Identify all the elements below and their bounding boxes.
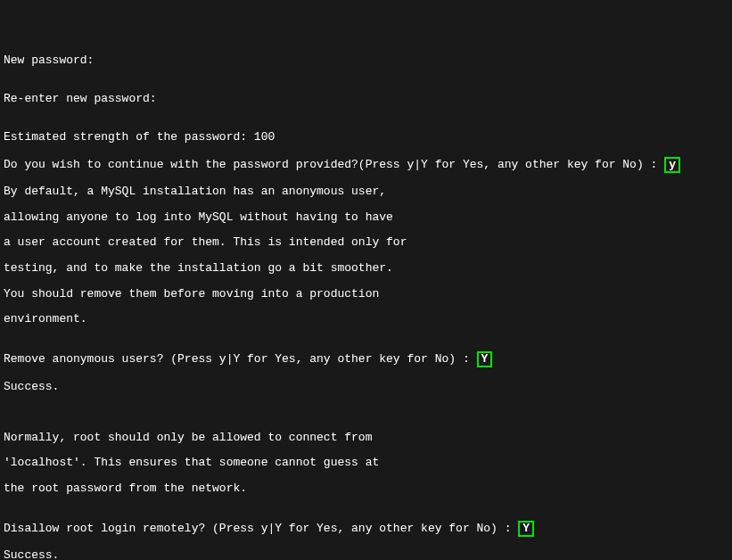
terminal-output-line: 'localhost'. This ensures that someone c…	[4, 457, 728, 469]
terminal-output-line: Success.	[4, 381, 728, 393]
user-input-highlight: Y	[518, 521, 534, 537]
terminal-output-line: testing, and to make the installation go…	[4, 262, 728, 275]
prompt-text: Remove anonymous users? (Press y|Y for Y…	[4, 352, 477, 366]
terminal-output-line: environment.	[4, 313, 728, 325]
terminal-output-line: Estimated strength of the password: 100	[4, 131, 728, 144]
terminal-prompt-line[interactable]: Remove anonymous users? (Press y|Y for Y…	[4, 351, 728, 367]
terminal-prompt-line[interactable]: Disallow root login remotely? (Press y|Y…	[4, 521, 728, 537]
terminal-output-line: the root password from the network.	[4, 482, 728, 495]
terminal-prompt-line[interactable]: Do you wish to continue with the passwor…	[4, 157, 728, 173]
terminal-output-line: Re-enter new password:	[4, 93, 728, 105]
terminal-output-line: Success.	[4, 549, 728, 560]
prompt-text: Do you wish to continue with the passwor…	[4, 158, 664, 171]
prompt-text: Disallow root login remotely? (Press y|Y…	[4, 522, 518, 535]
terminal-output-line: a user account created for them. This is…	[4, 236, 728, 249]
terminal-output-line: By default, a MySQL installation has an …	[4, 185, 728, 198]
terminal-output-line: Normally, root should only be allowed to…	[4, 432, 728, 444]
user-input-highlight: y	[664, 157, 680, 173]
terminal-output-line: New password:	[4, 54, 728, 67]
user-input-highlight: Y	[477, 351, 493, 367]
terminal-output-line: allowing anyone to log into MySQL withou…	[4, 211, 728, 224]
terminal-output-line: You should remove them before moving int…	[4, 288, 728, 301]
